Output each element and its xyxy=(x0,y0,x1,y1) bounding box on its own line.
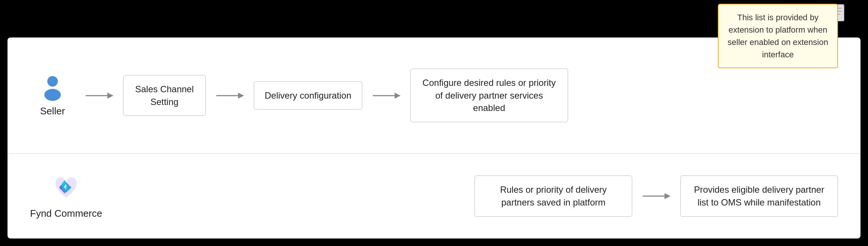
arrow-4 xyxy=(632,190,680,202)
svg-marker-11 xyxy=(395,93,401,99)
fynd-commerce-actor: Fynd Commerce xyxy=(30,173,102,219)
arrow-1 xyxy=(75,90,123,102)
bottom-section: Fynd Commerce Rules or priority of deliv… xyxy=(8,154,860,238)
bottom-flow: Rules or priority of delivery partners s… xyxy=(475,176,838,216)
arrow-icon-4 xyxy=(641,190,671,202)
seller-actor: Seller xyxy=(30,74,75,117)
tooltip-box: This list is provided by extension to pl… xyxy=(718,4,838,68)
arrow-3 xyxy=(362,90,410,102)
rules-saved-text: Rules or priority of delivery partners s… xyxy=(500,184,607,207)
svg-marker-7 xyxy=(107,93,113,99)
seller-icon xyxy=(39,74,66,101)
rules-saved-box: Rules or priority of delivery partners s… xyxy=(475,176,632,216)
fynd-commerce-label: Fynd Commerce xyxy=(30,208,102,219)
svg-marker-9 xyxy=(238,93,244,99)
arrow-icon-1 xyxy=(84,90,114,102)
delivery-config-text: Delivery configuration xyxy=(265,90,351,100)
arrow-icon-3 xyxy=(371,90,401,102)
sales-channel-text: Sales ChannelSetting xyxy=(135,84,194,107)
seller-label: Seller xyxy=(40,105,65,117)
sales-channel-box: Sales ChannelSetting xyxy=(123,75,206,116)
arrow-icon-2 xyxy=(215,90,245,102)
arrow-2 xyxy=(206,90,254,102)
provides-list-text: Provides eligible delivery partner list … xyxy=(694,184,824,207)
diagram-container: This list is provided by extension to pl… xyxy=(0,0,868,246)
fynd-logo-icon xyxy=(51,173,81,203)
configure-rules-text: Configure desired rules or priority of d… xyxy=(422,78,556,113)
svg-marker-13 xyxy=(665,193,671,199)
delivery-config-box: Delivery configuration xyxy=(254,81,362,110)
provides-list-box: Provides eligible delivery partner list … xyxy=(680,176,838,216)
tooltip-text: This list is provided by extension to pl… xyxy=(728,13,828,59)
svg-point-5 xyxy=(44,89,61,101)
svg-point-4 xyxy=(47,76,58,87)
configure-rules-box: Configure desired rules or priority of d… xyxy=(410,69,568,122)
